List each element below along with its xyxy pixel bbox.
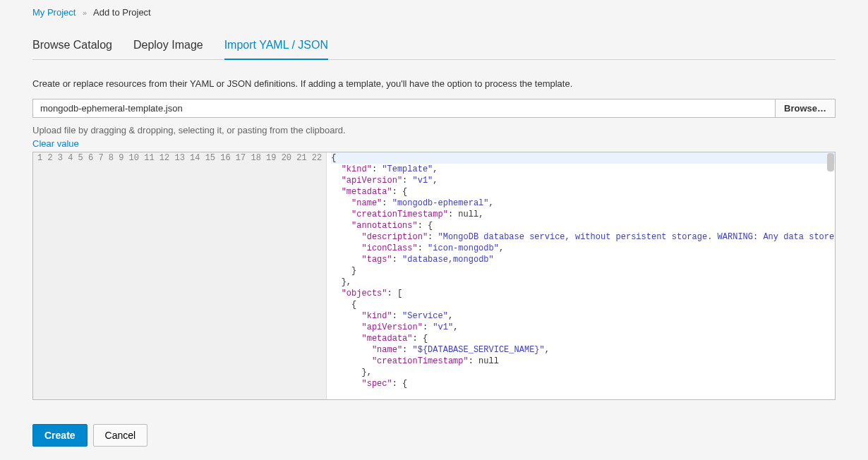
tab-browse-catalog[interactable]: Browse Catalog — [32, 33, 112, 60]
file-picker-row: Browse… — [32, 99, 836, 118]
file-name-input[interactable] — [32, 99, 775, 118]
chevron-right-icon: » — [83, 8, 87, 17]
breadcrumb-root-link[interactable]: My Project — [32, 7, 76, 18]
clear-value-link[interactable]: Clear value — [32, 138, 79, 149]
tab-bar: Browse Catalog Deploy Image Import YAML … — [32, 33, 836, 60]
scrollbar-thumb[interactable] — [827, 153, 834, 171]
breadcrumb-current: Add to Project — [93, 7, 151, 18]
cancel-button[interactable]: Cancel — [93, 424, 148, 447]
page-description: Create or replace resources from their Y… — [32, 78, 836, 89]
tab-import-yaml-json[interactable]: Import YAML / JSON — [224, 33, 328, 60]
breadcrumb: My Project » Add to Project — [32, 7, 836, 18]
create-button[interactable]: Create — [32, 424, 88, 447]
code-editor[interactable]: 1 2 3 4 5 6 7 8 9 10 11 12 13 14 15 16 1… — [32, 152, 836, 400]
tab-deploy-image[interactable]: Deploy Image — [133, 33, 203, 60]
editor-content[interactable]: { "kind": "Template", "apiVersion": "v1"… — [327, 152, 835, 399]
upload-helper-text: Upload file by dragging & dropping, sele… — [32, 125, 836, 135]
editor-gutter: 1 2 3 4 5 6 7 8 9 10 11 12 13 14 15 16 1… — [33, 152, 327, 399]
browse-button[interactable]: Browse… — [775, 99, 836, 118]
action-buttons: Create Cancel — [32, 424, 836, 447]
